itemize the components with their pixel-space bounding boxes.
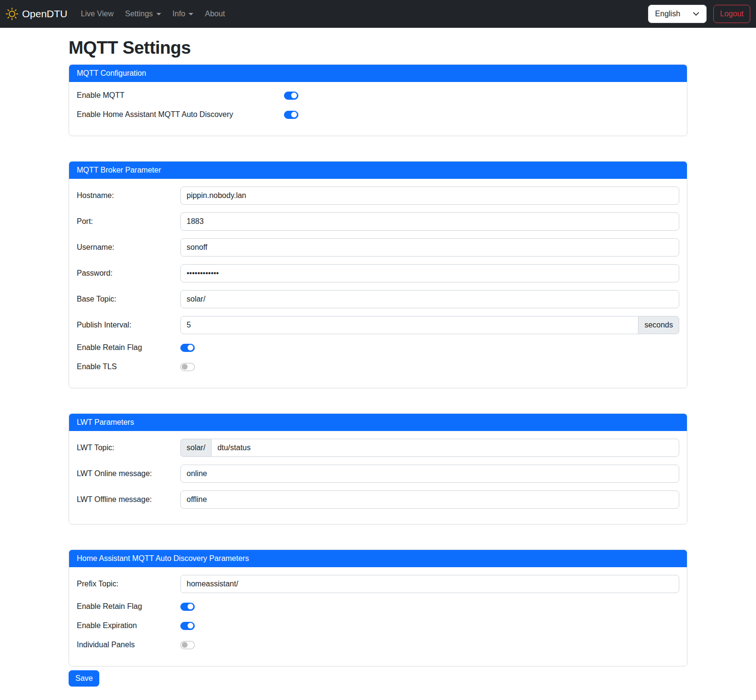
nav-item-about[interactable]: About <box>199 6 231 22</box>
hostname-label: Hostname: <box>77 191 180 200</box>
navbar-right: English Logout <box>648 5 750 23</box>
enable-expiration-toggle[interactable] <box>180 622 195 630</box>
enable-retain-label: Enable Retain Flag <box>77 343 180 352</box>
main-content: MQTT Settings MQTT Configuration Enable … <box>69 38 687 698</box>
lwt-topic-label: LWT Topic: <box>77 443 180 452</box>
base-topic-input[interactable] <box>180 290 679 308</box>
nav-item-settings-label: Settings <box>125 10 153 18</box>
page-title: MQTT Settings <box>69 38 687 58</box>
base-topic-row: Base Topic: <box>77 290 679 308</box>
lwt-topic-prefix: solar/ <box>180 439 211 457</box>
mqtt-configuration-body: Enable MQTT Enable Home Assistant MQTT A… <box>69 82 687 136</box>
save-button[interactable]: Save <box>69 670 99 687</box>
individual-panels-toggle[interactable] <box>180 641 195 649</box>
lwt-online-label: LWT Online message: <box>77 469 180 478</box>
lwt-online-row: LWT Online message: <box>77 465 679 483</box>
nav-item-info[interactable]: Info <box>167 6 200 22</box>
enable-mqtt-toggle[interactable] <box>284 92 298 100</box>
brand-link[interactable]: OpenDTU <box>6 8 68 20</box>
enable-retain-row: Enable Retain Flag <box>77 342 679 353</box>
lwt-offline-row: LWT Offline message: <box>77 490 679 509</box>
enable-ha-discovery-toggle[interactable] <box>284 111 298 119</box>
mqtt-broker-header: MQTT Broker Parameter <box>69 162 687 179</box>
enable-ha-discovery-row: Enable Home Assistant MQTT Auto Discover… <box>77 109 679 120</box>
password-row: Password: <box>77 264 679 282</box>
username-label: Username: <box>77 243 180 252</box>
password-label: Password: <box>77 269 180 278</box>
nav-item-live-view-label: Live View <box>81 10 114 18</box>
publish-interval-row: Publish Interval: seconds <box>77 316 679 334</box>
ha-discovery-card: Home Assistant MQTT Auto Discovery Param… <box>69 549 687 666</box>
individual-panels-label: Individual Panels <box>77 641 180 649</box>
prefix-topic-input[interactable] <box>180 575 679 593</box>
mqtt-broker-card: MQTT Broker Parameter Hostname: Port: Us… <box>69 161 687 388</box>
prefix-topic-row: Prefix Topic: <box>77 575 679 593</box>
enable-retain-toggle[interactable] <box>180 344 195 352</box>
nav-item-info-label: Info <box>173 10 186 18</box>
enable-ha-discovery-label: Enable Home Assistant MQTT Auto Discover… <box>77 110 284 119</box>
ha-enable-retain-row: Enable Retain Flag <box>77 601 679 612</box>
enable-tls-toggle[interactable] <box>180 363 195 371</box>
top-navbar: OpenDTU Live View Settings Info About En… <box>0 0 756 28</box>
port-row: Port: <box>77 212 679 231</box>
lwt-topic-input[interactable] <box>211 439 679 457</box>
brand-label: OpenDTU <box>22 8 68 20</box>
enable-tls-label: Enable TLS <box>77 362 180 371</box>
lwt-parameters-card: LWT Parameters LWT Topic: solar/ LWT Onl… <box>69 413 687 525</box>
mqtt-configuration-card: MQTT Configuration Enable MQTT Enable Ho… <box>69 64 687 136</box>
username-row: Username: <box>77 238 679 257</box>
lwt-offline-input[interactable] <box>180 490 679 509</box>
enable-mqtt-row: Enable MQTT <box>77 90 679 101</box>
port-label: Port: <box>77 217 180 226</box>
sun-icon <box>6 8 18 20</box>
chevron-down-icon <box>693 11 699 17</box>
nav-links: Live View Settings Info About <box>75 6 648 22</box>
hostname-row: Hostname: <box>77 187 679 205</box>
enable-tls-row: Enable TLS <box>77 361 679 373</box>
lwt-parameters-header: LWT Parameters <box>69 414 687 431</box>
lwt-online-input[interactable] <box>180 465 679 483</box>
individual-panels-row: Individual Panels <box>77 639 679 651</box>
mqtt-configuration-header: MQTT Configuration <box>69 65 687 82</box>
enable-mqtt-label: Enable MQTT <box>77 91 284 100</box>
enable-expiration-label: Enable Expiration <box>77 621 180 630</box>
caret-down-icon <box>189 13 193 15</box>
lwt-parameters-body: LWT Topic: solar/ LWT Online message: LW… <box>69 431 687 524</box>
lwt-topic-row: LWT Topic: solar/ <box>77 439 679 457</box>
nav-item-about-label: About <box>205 10 225 18</box>
ha-enable-retain-label: Enable Retain Flag <box>77 602 180 611</box>
enable-expiration-row: Enable Expiration <box>77 620 679 631</box>
password-input[interactable] <box>180 264 679 282</box>
ha-enable-retain-toggle[interactable] <box>180 603 195 611</box>
ha-discovery-header: Home Assistant MQTT Auto Discovery Param… <box>69 550 687 567</box>
mqtt-broker-body: Hostname: Port: Username: Password: <box>69 179 687 388</box>
ha-discovery-body: Prefix Topic: Enable Retain Flag Enable … <box>69 567 687 666</box>
lwt-offline-label: LWT Offline message: <box>77 495 180 504</box>
username-input[interactable] <box>180 238 679 257</box>
prefix-topic-label: Prefix Topic: <box>77 580 180 588</box>
language-select[interactable]: English <box>648 5 707 23</box>
hostname-input[interactable] <box>180 187 679 205</box>
publish-interval-label: Publish Interval: <box>77 321 180 329</box>
publish-interval-input[interactable] <box>180 316 638 334</box>
caret-down-icon <box>156 13 161 15</box>
nav-item-settings[interactable]: Settings <box>119 6 167 22</box>
base-topic-label: Base Topic: <box>77 295 180 303</box>
nav-item-live-view[interactable]: Live View <box>75 6 119 22</box>
logout-button[interactable]: Logout <box>713 5 750 23</box>
language-selected-value: English <box>655 10 680 18</box>
port-input[interactable] <box>180 212 679 231</box>
publish-interval-unit: seconds <box>638 316 679 334</box>
